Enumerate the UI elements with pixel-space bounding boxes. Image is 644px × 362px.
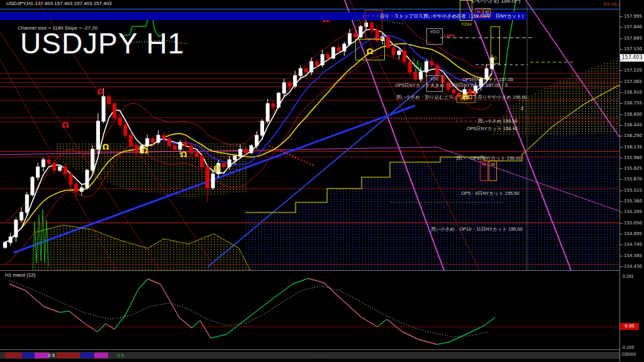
indicator-zero-box: 0.00 [620, 323, 639, 330]
price-tick-mark [620, 190, 623, 191]
price-tick: 157.685 [624, 36, 642, 41]
page-title: USDJPY H1 [20, 26, 184, 60]
session-date-label: 3 6 [117, 353, 124, 358]
price-tick-mark [620, 212, 623, 212]
price-tick-mark [620, 158, 623, 158]
price-tick-mark [620, 201, 623, 202]
svg-text:Ω: Ω [141, 146, 148, 155]
price-tick-mark [620, 114, 623, 115]
price-tick: 156.290 [624, 133, 642, 138]
price-tick-mark [620, 16, 623, 17]
price-tick-mark [620, 266, 623, 267]
price-tick: 155.825 [624, 166, 642, 171]
axis-bottom-value: 226000 [621, 352, 636, 356]
price-tick-mark [620, 82, 623, 82]
alert-banner[interactable]: ・・・・売り・ストップロス買いやや小さめ存在（158.00円 日NYカット） [0, 12, 527, 20]
svg-text:Ω: Ω [97, 87, 104, 96]
svg-text:Ω: Ω [180, 150, 187, 159]
price-tick-mark [620, 103, 623, 104]
price-tick-mark [620, 49, 623, 50]
price-tick-mark [620, 256, 623, 256]
price-tick: 155.205 [624, 209, 642, 214]
macd-plot [0, 271, 620, 349]
pane-separator-bottom[interactable] [0, 349, 644, 350]
price-tick-mark [620, 244, 623, 245]
session-segment [35, 353, 49, 358]
svg-text:Ω: Ω [213, 163, 220, 173]
price-tick: 155.980 [624, 155, 642, 160]
price-tick: 154.895 [624, 231, 642, 236]
price-tick: 155.670 [624, 177, 642, 182]
price-tick: 154.585 [624, 253, 642, 258]
session-segment [80, 353, 93, 358]
price-tick: 157.840 [624, 25, 642, 30]
session-segment [22, 353, 35, 358]
session-segment [5, 353, 22, 358]
session-note: ・・・・・ [306, 353, 328, 359]
price-tick: 156.755 [624, 101, 642, 106]
session-segment [94, 353, 108, 358]
axis-separator-line [619, 0, 620, 362]
price-tick-mark [620, 27, 623, 28]
price-tick-mark [620, 179, 623, 180]
price-tick-mark [620, 223, 623, 224]
indicator-max-label: 0.291 [623, 274, 634, 278]
svg-text:Ω: Ω [62, 120, 69, 129]
macd-indicator-pane[interactable]: H1 macd (12) [0, 271, 620, 349]
price-tick: 157.065 [624, 79, 642, 84]
banner-text: ・・・・売り・ストップロス買いやや小さめ存在（158.00円 [361, 13, 490, 19]
price-tick-mark [620, 168, 623, 169]
price-tick: 154.430 [624, 264, 642, 269]
clipped-top-annotation: やや小さめ 158.0円 [470, 0, 521, 5]
price-tick: 157.530 [624, 47, 642, 52]
price-tick: 156.600 [624, 112, 642, 117]
svg-text:Ω: Ω [102, 142, 109, 151]
session-row: 3 53 6・・・・・ [0, 352, 620, 359]
price-tick: 155.050 [624, 221, 642, 226]
price-tick-mark [620, 125, 623, 126]
svg-text:Ω: Ω [469, 89, 476, 98]
price-tick-mark [620, 234, 623, 234]
indicator-min-label: -0.193 [621, 345, 634, 349]
price-tick-mark [620, 60, 623, 60]
price-tick: 157.375 [624, 57, 642, 62]
price-tick: 155.515 [624, 188, 642, 193]
price-tick-mark [620, 70, 623, 71]
price-tick: 154.740 [624, 242, 642, 247]
session-date-label: 3 5 [48, 353, 55, 358]
price-tick: 156.445 [624, 123, 642, 128]
price-tick-mark [620, 136, 623, 136]
session-segment [57, 353, 80, 358]
svg-text:Ω: Ω [462, 92, 469, 101]
mt4-chart-window: USDJPY,H1 157.403 157.403 157.403 157.40… [0, 0, 644, 362]
price-tick: 156.910 [624, 90, 642, 95]
price-axis[interactable]: 157.403 0.291 0.00 -0.193 226000 157.995… [620, 0, 644, 362]
horizontal-level-line [0, 9, 644, 9]
price-tick-mark [620, 38, 623, 39]
price-tick-mark [620, 92, 623, 93]
svg-text:Ω: Ω [366, 47, 373, 56]
price-tick: 155.360 [624, 199, 642, 204]
price-tick: 157.220 [624, 68, 642, 73]
price-tick-mark [620, 147, 623, 148]
banner-text-right: 日NYカット） [496, 13, 526, 19]
session-strip: 3 53 6・・・・・ [0, 351, 644, 362]
price-tick: 156.135 [624, 145, 642, 150]
price-tick: 157.995 [624, 14, 642, 19]
pane-separator[interactable] [0, 270, 644, 271]
